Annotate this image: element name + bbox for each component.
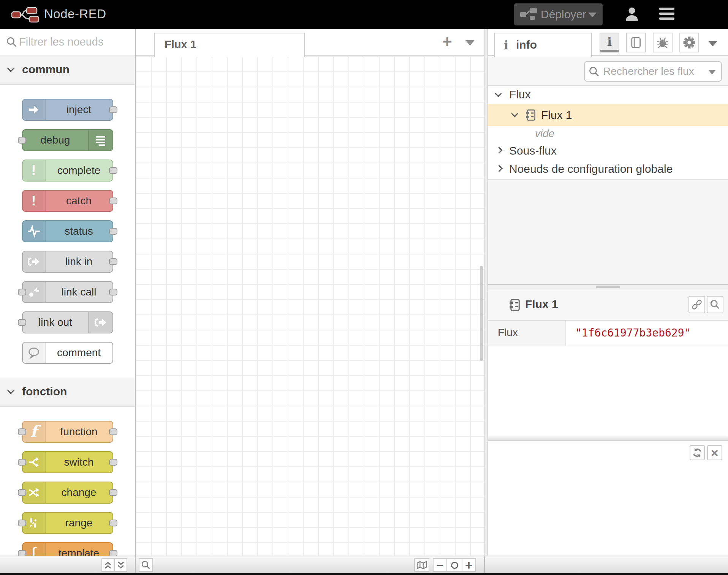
canvas-vertical-scrollbar[interactable] — [480, 266, 483, 361]
output-port[interactable] — [109, 289, 117, 295]
empty-flow-label: vide — [535, 128, 554, 140]
flow-icon — [525, 109, 537, 121]
palette-node-comment[interactable]: comment — [22, 342, 113, 364]
book-icon — [630, 36, 642, 49]
palette-filter-input[interactable] — [19, 33, 125, 51]
sidebar-tab-debug-button[interactable] — [653, 33, 673, 52]
tree-label: Flux — [509, 88, 531, 101]
tab-flux-1[interactable]: Flux 1 — [154, 33, 305, 57]
switch-icon — [23, 452, 46, 472]
debug-icon — [88, 130, 112, 150]
palette-node-label: function — [46, 422, 112, 442]
input-port[interactable] — [18, 520, 26, 526]
catch-icon: ! — [23, 191, 46, 211]
palette-node-inject[interactable]: inject — [22, 99, 113, 121]
input-port[interactable] — [18, 319, 26, 326]
copy-link-button[interactable] — [688, 296, 705, 313]
palette-node-complete[interactable]: ! complete — [22, 160, 113, 182]
close-button[interactable]: × — [707, 445, 722, 460]
zoom-in-button[interactable]: + — [462, 558, 476, 572]
palette-node-function[interactable]: f function — [22, 421, 113, 443]
input-port[interactable] — [18, 289, 26, 295]
hamburger-menu-icon[interactable] — [659, 8, 674, 21]
output-port[interactable] — [109, 258, 117, 265]
sidebar-resize-handle[interactable] — [484, 29, 488, 556]
output-port[interactable] — [109, 167, 117, 174]
deploy-button[interactable]: Déployer — [514, 3, 603, 25]
palette-category-fonction[interactable]: fonction — [0, 378, 135, 407]
property-value: "1f6c61977b3eb629" — [575, 327, 690, 339]
zoom-out-button[interactable]: − — [433, 558, 447, 572]
output-port[interactable] — [109, 106, 117, 113]
output-port[interactable] — [109, 459, 117, 466]
user-icon[interactable] — [624, 7, 639, 22]
palette-node-link-out[interactable]: link out — [22, 311, 113, 333]
output-port[interactable] — [109, 228, 117, 235]
tree-row-subflows[interactable]: Sous-flux — [488, 143, 728, 160]
search-options-dropdown-icon[interactable] — [708, 70, 716, 74]
palette-node-link-in[interactable]: link in — [22, 251, 113, 273]
tree-row-flux-1[interactable]: Flux 1 — [488, 104, 728, 126]
deploy-dropdown-icon[interactable] — [588, 13, 597, 17]
palette-node-change[interactable]: change — [22, 482, 113, 504]
palette-node-catch[interactable]: ! catch — [22, 190, 113, 212]
comment-icon — [23, 343, 46, 363]
output-port[interactable] — [109, 489, 117, 496]
palette-node-label: inject — [46, 100, 112, 120]
collapse-all-categories-button[interactable] — [101, 558, 114, 572]
palette-node-status[interactable]: status — [22, 220, 113, 242]
palette-node-link-call[interactable]: link call — [22, 281, 113, 303]
input-port[interactable] — [18, 459, 26, 466]
category-label: commun — [22, 63, 70, 76]
palette-search — [0, 29, 135, 55]
sidebar-tab-info-button[interactable]: i — [600, 33, 619, 52]
chevron-down-icon — [511, 110, 518, 117]
flow-search-input[interactable] — [603, 63, 698, 79]
flow-search-box[interactable] — [584, 61, 722, 82]
zoom-reset-button[interactable] — [447, 558, 462, 572]
tab-info[interactable]: i info — [494, 33, 592, 57]
tree-label: Sous-flux — [509, 144, 557, 157]
info-icon: i — [504, 38, 508, 52]
sidebar-tabs-dropdown-icon[interactable] — [708, 41, 717, 46]
output-port[interactable] — [109, 520, 117, 526]
navigator-button[interactable] — [414, 558, 429, 572]
bottom-panel-separator[interactable] — [488, 435, 728, 441]
sidebar-tab-help-button[interactable] — [626, 33, 646, 52]
flow-canvas[interactable] — [136, 56, 484, 556]
add-flow-button[interactable]: + — [438, 33, 457, 52]
sidebar-tab-config-button[interactable] — [679, 33, 699, 52]
function-icon: f — [23, 422, 46, 442]
flow-list-dropdown-icon[interactable] — [465, 40, 475, 46]
output-port[interactable] — [109, 428, 117, 435]
output-port[interactable] — [109, 550, 117, 556]
status-icon — [23, 221, 46, 242]
search-flow-button[interactable] — [707, 296, 723, 313]
tree-row-global-config[interactable]: Noeuds de configuration globale — [488, 160, 728, 179]
gear-icon — [683, 36, 696, 49]
link-call-icon — [23, 282, 46, 302]
detail-panel-header: Flux 1 — [488, 289, 728, 321]
property-row: Flux "1f6c61977b3eb629" — [488, 321, 728, 346]
input-port[interactable] — [18, 550, 26, 556]
tree-label: Flux 1 — [541, 109, 572, 122]
tree-row-flows[interactable]: Flux — [488, 86, 728, 104]
palette-category-commun[interactable]: commun — [0, 55, 135, 85]
palette-node-range[interactable]: range — [22, 512, 113, 534]
canvas-search-button[interactable] — [139, 558, 153, 572]
tab-label: Flux 1 — [155, 33, 304, 55]
close-icon: × — [711, 446, 719, 459]
input-port[interactable] — [18, 428, 26, 435]
info-panel-resize-handle[interactable] — [488, 284, 728, 289]
palette-node-debug[interactable]: debug — [22, 129, 113, 151]
palette-node-switch[interactable]: switch — [22, 451, 113, 473]
link-icon — [692, 299, 702, 310]
chevron-right-icon — [495, 165, 502, 172]
palette-node-template[interactable]: ∫ template — [22, 542, 113, 556]
output-port[interactable] — [109, 197, 117, 204]
refresh-button[interactable] — [690, 445, 705, 460]
expand-all-categories-button[interactable] — [114, 558, 127, 572]
palette-footer — [0, 556, 136, 573]
input-port[interactable] — [18, 137, 26, 144]
input-port[interactable] — [18, 489, 26, 496]
